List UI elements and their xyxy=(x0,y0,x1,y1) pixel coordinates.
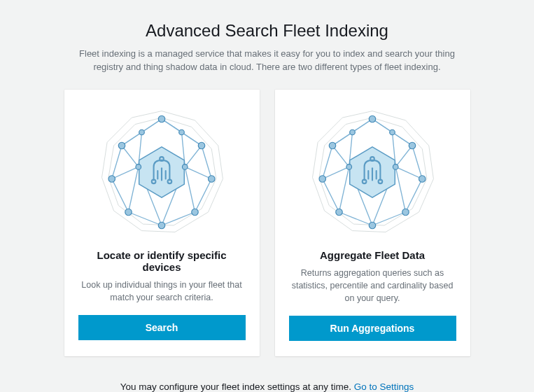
svg-point-37 xyxy=(209,175,216,182)
svg-point-41 xyxy=(192,209,199,216)
network-sphere-icon xyxy=(92,102,232,242)
svg-point-38 xyxy=(136,164,141,169)
svg-line-50 xyxy=(412,146,422,179)
footer-text: You may configure your fleet index setti… xyxy=(120,382,414,392)
svg-point-36 xyxy=(108,175,115,182)
card-aggregate-fleet: Aggregate Fleet Data Returns aggregation… xyxy=(275,90,470,356)
svg-point-75 xyxy=(350,130,356,135)
card-title: Locate or identify specific devices xyxy=(78,249,246,273)
page-subtitle: Fleet indexing is a managed service that… xyxy=(71,48,463,74)
svg-point-34 xyxy=(118,142,125,149)
svg-point-85 xyxy=(369,222,376,229)
cards-row: Locate or identify specific devices Look… xyxy=(64,90,470,356)
page-container: Advanced Search Fleet Indexing Fleet ind… xyxy=(0,0,534,392)
svg-point-82 xyxy=(393,164,398,169)
search-button[interactable]: Search xyxy=(78,315,246,340)
svg-point-76 xyxy=(390,130,395,135)
svg-line-56 xyxy=(395,146,412,167)
svg-line-15 xyxy=(185,167,195,212)
svg-point-77 xyxy=(329,142,336,149)
svg-line-21 xyxy=(185,167,211,178)
card-description: Returns aggregation queries such as stat… xyxy=(289,267,456,304)
svg-point-31 xyxy=(158,115,165,122)
network-sphere-icon xyxy=(302,102,442,242)
footer-message: You may configure your fleet index setti… xyxy=(120,382,354,392)
svg-line-63 xyxy=(323,167,349,178)
svg-point-32 xyxy=(139,130,145,135)
svg-point-42 xyxy=(158,222,165,229)
svg-point-40 xyxy=(125,209,132,216)
svg-line-58 xyxy=(395,167,405,212)
svg-line-14 xyxy=(129,167,139,212)
svg-point-39 xyxy=(182,164,188,169)
svg-line-64 xyxy=(395,167,422,178)
svg-line-7 xyxy=(202,146,211,179)
svg-point-78 xyxy=(409,142,416,149)
go-to-settings-link[interactable]: Go to Settings xyxy=(354,382,414,392)
svg-point-83 xyxy=(336,209,343,216)
run-aggregations-button[interactable]: Run Aggregations xyxy=(289,316,456,341)
svg-point-81 xyxy=(346,164,352,169)
svg-line-57 xyxy=(339,167,349,212)
page-title: Advanced Search Fleet Indexing xyxy=(146,21,388,41)
card-title: Aggregate Fleet Data xyxy=(320,249,425,261)
svg-line-12 xyxy=(122,146,139,167)
card-locate-devices: Locate or identify specific devices Look… xyxy=(64,90,260,356)
svg-line-20 xyxy=(112,167,139,178)
svg-point-74 xyxy=(369,115,376,122)
svg-line-13 xyxy=(185,146,202,167)
svg-line-52 xyxy=(406,178,423,212)
svg-point-79 xyxy=(319,175,326,182)
svg-point-33 xyxy=(179,130,185,135)
svg-point-84 xyxy=(402,209,409,216)
svg-line-9 xyxy=(195,178,212,212)
svg-point-80 xyxy=(419,175,426,182)
svg-line-55 xyxy=(332,146,349,167)
svg-point-35 xyxy=(198,142,205,149)
card-description: Look up individual things in your fleet … xyxy=(78,279,246,304)
